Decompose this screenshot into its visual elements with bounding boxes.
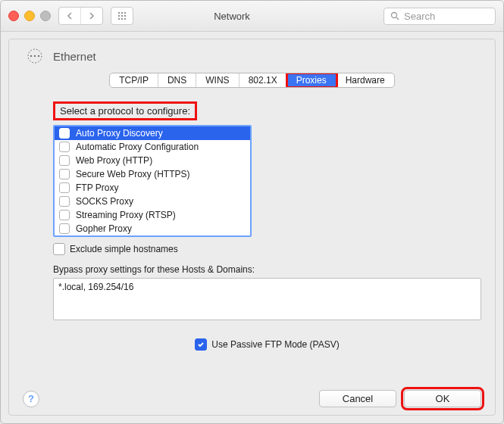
protocol-row-auto-config[interactable]: Automatic Proxy Configuration [55,140,250,154]
protocol-label: Automatic Proxy Configuration [76,142,199,152]
interface-header: Ethernet [23,48,481,64]
bypass-label: Bypass proxy settings for these Hosts & … [53,264,481,275]
protocol-row-streaming-proxy[interactable]: Streaming Proxy (RTSP) [55,208,250,222]
protocol-row-gopher-proxy[interactable]: Gopher Proxy [55,222,250,235]
protocol-row-secure-web-proxy[interactable]: Secure Web Proxy (HTTPS) [55,167,250,181]
svg-point-14 [38,55,39,57]
select-protocol-label: Select a protocol to configure: [53,101,197,120]
passive-ftp-row[interactable]: Use Passive FTP Mode (PASV) [195,338,339,351]
protocol-checkbox[interactable] [59,142,70,152]
window-controls [8,11,51,21]
protocol-list[interactable]: Auto Proxy Discovery Automatic Proxy Con… [53,125,252,237]
protocol-checkbox[interactable] [59,196,70,207]
protocol-checkbox[interactable] [59,182,70,193]
minimize-window-button[interactable] [24,11,35,21]
exclude-simple-row[interactable]: Exclude simple hostnames [53,243,481,255]
ok-button[interactable]: OK [404,390,481,407]
search-placeholder: Search [404,11,435,22]
svg-point-13 [34,55,36,57]
select-protocol-text: Select a protocol to configure: [60,105,190,117]
preferences-window: Network Search Ethernet TCP/IP DNS WIN [0,0,504,424]
protocol-checkbox[interactable] [59,169,70,179]
window-title: Network [88,11,376,22]
protocol-label: Auto Proxy Discovery [76,128,163,139]
footer: ? Cancel OK [9,390,495,407]
protocol-label: FTP Proxy [76,182,118,193]
protocol-label: Gopher Proxy [76,223,132,234]
protocol-label: Streaming Proxy (RTSP) [76,210,176,220]
bypass-field[interactable]: *.local, 169.254/16 [53,278,481,320]
proxies-pane: Select a protocol to configure: Auto Pro… [23,101,481,351]
protocol-checkbox[interactable] [59,155,70,166]
svg-line-10 [396,17,399,20]
search-icon [390,11,399,20]
exclude-simple-label: Exclude simple hostnames [70,244,178,254]
passive-ftp-checkbox[interactable] [195,338,207,351]
tab-hardware[interactable]: Hardware [337,73,394,87]
tab-tcpip[interactable]: TCP/IP [110,73,158,87]
help-button[interactable]: ? [23,391,39,407]
svg-point-9 [392,13,397,18]
protocol-label: SOCKS Proxy [76,196,133,207]
interface-name: Ethernet [53,50,96,63]
protocol-checkbox[interactable] [59,223,70,234]
protocol-checkbox[interactable] [59,128,70,139]
tab-wins[interactable]: WINS [196,73,239,87]
protocol-row-ftp-proxy[interactable]: FTP Proxy [55,181,250,195]
ethernet-icon [24,48,45,64]
tab-dns[interactable]: DNS [158,73,196,87]
content-panel: Ethernet TCP/IP DNS WINS 802.1X Proxies … [8,39,496,416]
bypass-value: *.local, 169.254/16 [58,282,133,292]
protocol-label: Web Proxy (HTTP) [76,155,152,166]
protocol-row-web-proxy[interactable]: Web Proxy (HTTP) [55,154,250,167]
tab-proxies[interactable]: Proxies [287,73,337,87]
protocol-row-auto-discovery[interactable]: Auto Proxy Discovery [55,126,250,140]
cancel-button[interactable]: Cancel [319,390,396,407]
tabs: TCP/IP DNS WINS 802.1X Proxies Hardware [23,73,481,88]
zoom-window-button[interactable] [40,11,51,21]
svg-point-12 [30,55,32,57]
protocol-checkbox[interactable] [59,210,70,220]
titlebar: Network Search [1,1,503,32]
passive-ftp-label: Use Passive FTP Mode (PASV) [211,339,339,350]
close-window-button[interactable] [8,11,19,21]
tab-8021x[interactable]: 802.1X [239,73,287,87]
search-field[interactable]: Search [383,8,496,25]
protocol-row-socks-proxy[interactable]: SOCKS Proxy [55,195,250,208]
exclude-simple-checkbox[interactable] [53,243,65,255]
protocol-label: Secure Web Proxy (HTTPS) [76,169,189,179]
back-button[interactable] [59,8,80,24]
